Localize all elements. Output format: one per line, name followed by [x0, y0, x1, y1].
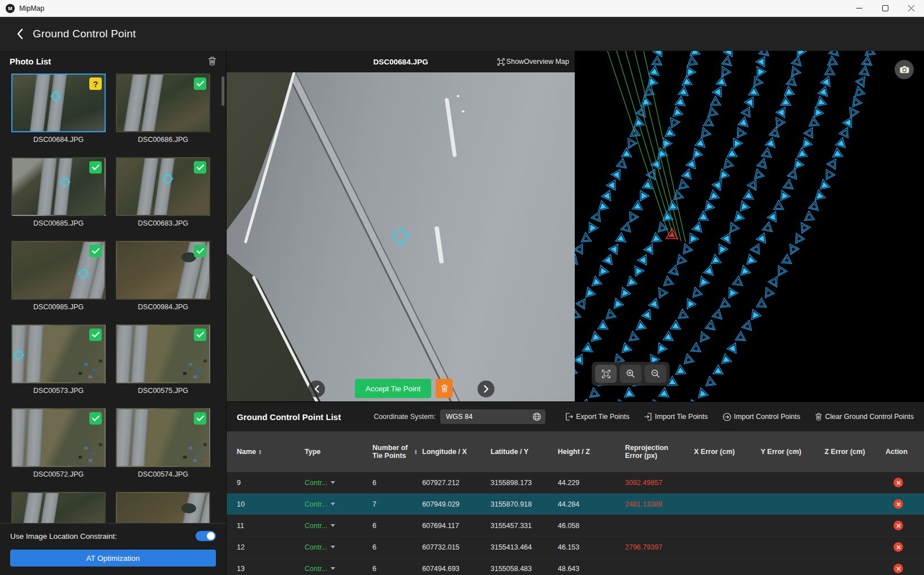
gcp-latitude: 3155898.173: [491, 479, 558, 487]
zoom-in-icon: [626, 369, 635, 378]
gcp-row-10[interactable]: 10Contr...7607949.0293155870.91844.28424…: [227, 494, 924, 515]
photo-thumb-DSC00572.JPG[interactable]: DSC00572.JPG: [11, 408, 106, 492]
gcp-table-header: Name▲▼TypeNumber of Tie Points▲▼Longitud…: [227, 431, 924, 472]
trash-icon[interactable]: [206, 55, 218, 67]
gcp-row-9[interactable]: 9Contr...6607927.2123155898.17344.229309…: [227, 472, 924, 494]
photo-list-panel: Photo List ?DSC00684.JPGDSC00686.JPGDSC0…: [0, 51, 227, 575]
next-photo-button[interactable]: [478, 381, 494, 397]
photo-thumb-DSC00984.JPG[interactable]: DSC00984.JPG: [116, 241, 210, 325]
photo-thumb-DSC00686.JPG[interactable]: DSC00686.JPG: [116, 74, 210, 157]
gcp-tie-point-count: 6: [372, 522, 422, 530]
previous-photo-button[interactable]: [308, 381, 325, 397]
delete-gcp-button[interactable]: [893, 521, 903, 530]
gcp-reprojection-error: 2796.79397: [625, 543, 694, 551]
accept-tie-point-button[interactable]: Accept Tie Point: [355, 379, 431, 398]
circle-x-icon: [896, 545, 901, 550]
maximize-button[interactable]: [872, 0, 898, 16]
photo-thumb-DSC00575.JPG[interactable]: DSC00575.JPG: [116, 325, 210, 408]
delete-gcp-button[interactable]: [893, 542, 903, 552]
clear-ground-control-points-button[interactable]: Clear Ground Control Points: [815, 413, 914, 421]
photo-thumb-DSC00573.JPG[interactable]: DSC00573.JPG: [11, 325, 106, 408]
photo-filename: DSC00683.JPG: [116, 219, 210, 227]
gcp-type-select[interactable]: Contr...: [305, 522, 372, 530]
photo-filename: DSC00572.JPG: [11, 470, 106, 478]
fit-view-button[interactable]: [595, 365, 617, 383]
photo-viewer-canvas[interactable]: Accept Tie Point: [227, 72, 575, 401]
coordinate-system-label: Coordinate System:: [374, 413, 436, 421]
gcp-name: 10: [237, 500, 305, 508]
coordinate-system-input[interactable]: [440, 409, 545, 424]
check-icon: [194, 77, 206, 90]
photo-thumb-DSC00985.JPG[interactable]: DSC00985.JPG: [11, 241, 106, 325]
constraint-label: Use Image Location Constraint:: [10, 532, 117, 541]
gcp-type-select[interactable]: Contr...: [305, 565, 372, 573]
image-location-constraint-toggle[interactable]: [196, 531, 216, 541]
gcp-height: 48.643: [558, 565, 625, 573]
gcp-tie-point-count: 7: [372, 500, 422, 508]
frame-icon: [497, 58, 505, 66]
zoom-in-button[interactable]: [620, 365, 641, 383]
gcp-type-select[interactable]: Contr...: [305, 479, 372, 487]
check-icon: [194, 161, 206, 174]
gcp-table-body: 9Contr...6607927.2123155898.17344.229309…: [227, 472, 924, 575]
photo-thumb-DSC00574.JPG[interactable]: DSC00574.JPG: [116, 408, 210, 492]
photo-thumb-partial-10[interactable]: [11, 492, 106, 523]
column-header-type: Type: [305, 448, 372, 456]
column-header-reprojection-error-px-: Reprojection Error (px): [625, 444, 694, 460]
photo-filename: DSC00985.JPG: [11, 303, 106, 311]
export-tie-points-button[interactable]: Export Tie Points: [565, 413, 630, 421]
photo-thumbnail-image: [11, 241, 106, 300]
delete-tie-point-button[interactable]: [436, 379, 453, 398]
gcp-row-13[interactable]: 13Contr...6607494.6933155058.48348.643: [227, 558, 924, 575]
gcp-name: 11: [237, 522, 305, 530]
back-button[interactable]: [12, 27, 27, 41]
check-icon: [89, 328, 102, 341]
check-icon: [89, 161, 102, 174]
gcp-longitude: 607927.212: [422, 479, 491, 487]
delete-gcp-button[interactable]: [893, 478, 903, 487]
zoom-out-button[interactable]: [645, 365, 666, 383]
column-header-x-error-cm-: X Error (cm): [694, 448, 761, 456]
gcp-type-select[interactable]: Contr...: [305, 543, 372, 551]
minimize-button[interactable]: [846, 0, 872, 16]
gcp-row-12[interactable]: 12Contr...6607732.0153155413.46446.15327…: [227, 537, 924, 558]
gcp-height: 44.229: [558, 479, 625, 487]
photo-filename: DSC00684.JPG: [11, 136, 106, 144]
gcp-latitude: 3155413.464: [491, 543, 558, 551]
screenshot-camera-button[interactable]: [895, 60, 914, 79]
photo-thumb-DSC00684.JPG[interactable]: ?DSC00684.JPG: [11, 74, 106, 157]
close-button[interactable]: [898, 0, 924, 16]
sparse-3d-view[interactable]: [575, 51, 924, 401]
import-control-points-button[interactable]: Import Control Points: [723, 413, 800, 421]
photo-thumb-DSC00685.JPG[interactable]: DSC00685.JPG: [11, 157, 106, 241]
photo-thumb-DSC00683.JPG[interactable]: DSC00683.JPG: [116, 157, 210, 241]
globe-icon[interactable]: [532, 412, 541, 421]
gcp-ray-lines: [608, 51, 686, 242]
photo-thumbnail-image: [116, 492, 210, 523]
show-overview-map-button[interactable]: ShowOverview Map: [497, 51, 569, 72]
column-header-number-of-tie-points[interactable]: Number of Tie Points▲▼: [372, 444, 422, 460]
sort-icon: ▲▼: [414, 449, 418, 455]
chevron-down-icon: [331, 481, 335, 484]
gcp-type-select[interactable]: Contr...: [305, 500, 372, 508]
photo-thumbnail-image: [116, 325, 210, 383]
trash-icon: [815, 413, 822, 421]
gcp-latitude: 3155058.483: [491, 565, 558, 573]
camera-frustums: [575, 51, 875, 401]
photo-list-scrollbar[interactable]: [222, 76, 224, 106]
mipmap-window: M MipMap Ground Control Point Photo List: [0, 0, 924, 575]
app-title: MipMap: [19, 5, 44, 12]
gcp-row-11[interactable]: 11Contr...6607694.1173155457.33146.058: [227, 515, 924, 537]
at-optimization-button[interactable]: AT Optimization: [10, 550, 216, 567]
delete-gcp-button[interactable]: [893, 564, 903, 573]
gcp-name: 12: [237, 543, 305, 551]
view3d-toolbar: [592, 362, 670, 386]
photo-thumbnail-image: [116, 74, 210, 132]
photo-thumb-partial-11[interactable]: [116, 492, 210, 523]
gcp-height: 44.284: [558, 500, 625, 508]
photo-filename: DSC00573.JPG: [11, 387, 106, 395]
import-tie-points-button[interactable]: Import Tie Points: [644, 413, 708, 421]
delete-gcp-button[interactable]: [893, 499, 903, 509]
gcp-longitude: 607694.117: [422, 522, 491, 530]
column-header-name[interactable]: Name▲▼: [237, 448, 305, 456]
